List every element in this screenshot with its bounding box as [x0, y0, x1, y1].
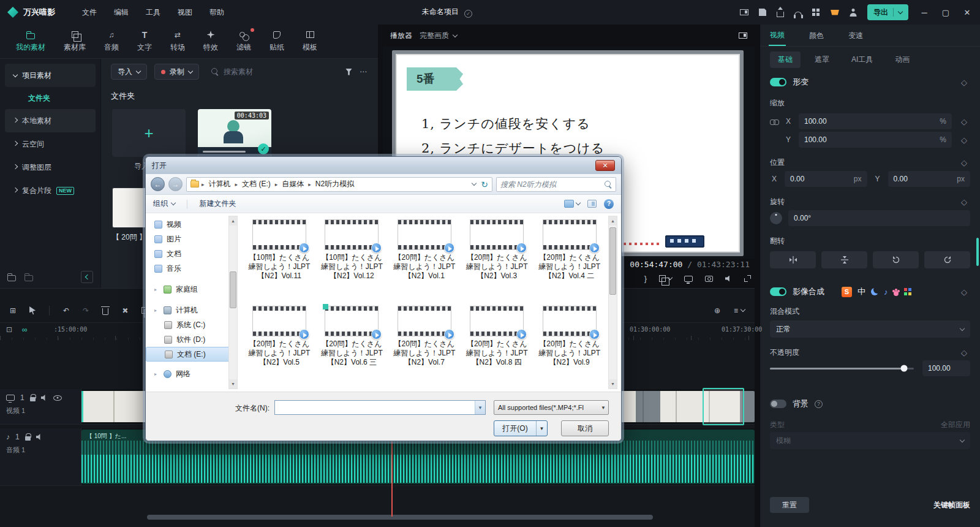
- compositing-toggle[interactable]: [770, 287, 786, 296]
- menu-edit[interactable]: 编辑: [114, 7, 129, 18]
- folder-link-icon[interactable]: [24, 275, 33, 281]
- scale-y-field[interactable]: 100.00%: [799, 132, 952, 148]
- subtab-mask[interactable]: 遮罩: [807, 51, 837, 68]
- ime-chinese-icon[interactable]: 中: [858, 286, 865, 297]
- delete-icon[interactable]: [102, 308, 108, 315]
- background-toggle[interactable]: [770, 400, 786, 408]
- lock-icon[interactable]: [30, 397, 36, 401]
- blend-mode-dropdown[interactable]: 正常: [770, 320, 970, 338]
- forward-button[interactable]: →: [168, 177, 183, 191]
- track-manager-dropdown[interactable]: ≡: [734, 306, 745, 315]
- transform-toggle[interactable]: [770, 78, 786, 86]
- nav-item-drive-d[interactable]: 软件 (D:): [146, 332, 238, 347]
- keyframe-diamond-icon[interactable]: ◇: [958, 348, 970, 357]
- mark-out-icon[interactable]: }: [644, 274, 647, 283]
- select-tool-icon[interactable]: [29, 306, 36, 314]
- tab-audio[interactable]: ♫音频: [104, 30, 119, 53]
- chevron-down-icon[interactable]: [472, 181, 477, 186]
- add-track-icon[interactable]: ⊡: [6, 325, 12, 334]
- filter-icon[interactable]: [345, 69, 352, 75]
- nav-item-drive-c[interactable]: 系统 (C:): [146, 317, 238, 332]
- render-dropdown[interactable]: [659, 275, 672, 282]
- scroll-thumb[interactable]: [230, 271, 236, 308]
- tab-transitions[interactable]: ⇄转场: [170, 30, 185, 53]
- user-icon[interactable]: [850, 9, 857, 17]
- quality-dropdown[interactable]: 完整画质: [420, 31, 457, 41]
- filename-input[interactable]: [275, 401, 475, 414]
- nav-item-computer[interactable]: ▸计算机: [146, 303, 238, 317]
- export-button[interactable]: 导出: [867, 4, 908, 20]
- keyframe-panel-button[interactable]: 关键帧面板: [933, 500, 970, 510]
- tab-speed[interactable]: 变速: [847, 25, 864, 45]
- file-item[interactable]: 【20問】たくさん練習しよう！JLPT【N2】Vol.8 四: [465, 306, 529, 377]
- nav-item-drive-e[interactable]: 文档 (E:): [146, 347, 236, 362]
- refresh-icon[interactable]: ↻: [481, 180, 488, 189]
- dialog-search-input[interactable]: [500, 180, 601, 189]
- apps-icon[interactable]: [812, 9, 815, 12]
- nav-item-music[interactable]: 音乐: [146, 261, 238, 276]
- scroll-thumb[interactable]: [609, 227, 616, 295]
- rotation-dial[interactable]: [770, 212, 782, 224]
- file-item[interactable]: 【20問】たくさん練習しよう！JLPT【N2】Vol.4 二: [538, 219, 601, 291]
- file-item[interactable]: 【10問】たくさん練習しよう！JLPT【N2】Vol.12: [320, 219, 383, 291]
- ime-moon-icon[interactable]: [871, 288, 878, 295]
- rotate-cw-button[interactable]: [924, 251, 970, 268]
- mute-icon[interactable]: [36, 434, 43, 440]
- tab-stock-library[interactable]: 素材库: [64, 30, 86, 53]
- file-item[interactable]: 【20問】たくさん練習しよう！JLPT【N2】Vol.7: [393, 306, 456, 377]
- scroll-up-icon[interactable]: ▲: [229, 216, 237, 226]
- breadcrumb-drive-e[interactable]: 文档 (E:): [240, 179, 273, 189]
- share-icon[interactable]: [777, 12, 784, 17]
- fullscreen-icon[interactable]: [744, 275, 751, 282]
- back-button[interactable]: ←: [151, 177, 165, 191]
- export-chevron-icon[interactable]: [898, 9, 903, 13]
- maximize-button[interactable]: ▢: [940, 8, 951, 17]
- keyframe-diamond-icon[interactable]: ◇: [958, 287, 970, 297]
- breadcrumb-zimeiti[interactable]: 自媒体: [280, 179, 306, 189]
- redo-icon[interactable]: ↷: [83, 306, 89, 315]
- breadcrumb[interactable]: ▸ 计算机 ▸ 文档 (E:) ▸ 自媒体 ▸ N2听力模拟 ↻: [186, 177, 492, 192]
- menu-help[interactable]: 帮助: [209, 7, 224, 18]
- speaker-icon[interactable]: [725, 276, 732, 282]
- dialog-close-button[interactable]: ✕: [595, 160, 615, 171]
- keyframe-diamond-icon[interactable]: ◇: [958, 158, 970, 167]
- selected-clip[interactable]: [703, 388, 744, 425]
- menu-tools[interactable]: 工具: [146, 7, 160, 18]
- panel-scrollbar[interactable]: [976, 238, 979, 266]
- keyframe-diamond-icon[interactable]: ◇: [958, 78, 970, 87]
- undo-icon[interactable]: ↶: [63, 306, 69, 315]
- ime-paw-icon[interactable]: [894, 291, 899, 296]
- split-icon[interactable]: ✚: [120, 305, 130, 316]
- file-item[interactable]: 【20問】たくさん練習しよう！JLPT【N2】Vol.1: [393, 219, 456, 291]
- cancel-button[interactable]: 取消: [561, 420, 609, 436]
- file-item[interactable]: 【20問】たくさん練習しよう！JLPT【N2】Vol.9: [538, 306, 601, 377]
- organize-menu[interactable]: 组织: [153, 199, 175, 209]
- new-folder-button[interactable]: 新建文件夹: [200, 199, 236, 209]
- minimize-button[interactable]: ─: [919, 8, 930, 17]
- mute-icon[interactable]: [41, 395, 48, 401]
- preview-pane-icon[interactable]: [587, 200, 597, 208]
- sidebar-item-project-media[interactable]: 项目素材: [5, 64, 96, 87]
- link-clips-icon[interactable]: ∞: [22, 325, 28, 334]
- breadcrumb-computer[interactable]: 计算机: [207, 179, 233, 189]
- open-button[interactable]: 打开(O) ▼: [494, 420, 548, 436]
- scale-x-field[interactable]: 100.00%: [799, 113, 952, 129]
- ime-grid-icon[interactable]: [904, 288, 907, 291]
- media-view-icon[interactable]: ⊞: [10, 306, 16, 315]
- position-y-field[interactable]: 0.00px: [888, 171, 971, 187]
- nav-scrollbar[interactable]: ▲ ▼: [228, 216, 238, 389]
- visibility-icon[interactable]: [53, 395, 62, 401]
- sidebar-item-adjustment-layer[interactable]: 调整图层: [5, 156, 96, 179]
- search-input[interactable]: [224, 67, 291, 76]
- scroll-down-icon[interactable]: ▼: [229, 379, 237, 389]
- record-button[interactable]: 录制: [154, 64, 199, 80]
- breadcrumb-n2-folder[interactable]: N2听力模拟: [314, 179, 356, 189]
- views-dropdown[interactable]: [564, 200, 580, 208]
- rotate-ccw-button[interactable]: [873, 251, 919, 268]
- keyframe-diamond-icon[interactable]: ◇: [958, 117, 970, 126]
- dialog-titlebar[interactable]: 打开 ✕: [146, 157, 621, 174]
- keyframe-diamond-icon[interactable]: ◇: [958, 135, 970, 145]
- display-device-icon[interactable]: [684, 276, 693, 282]
- keyframe-diamond-icon[interactable]: ◇: [958, 197, 970, 207]
- scroll-up-icon[interactable]: ▲: [609, 216, 617, 226]
